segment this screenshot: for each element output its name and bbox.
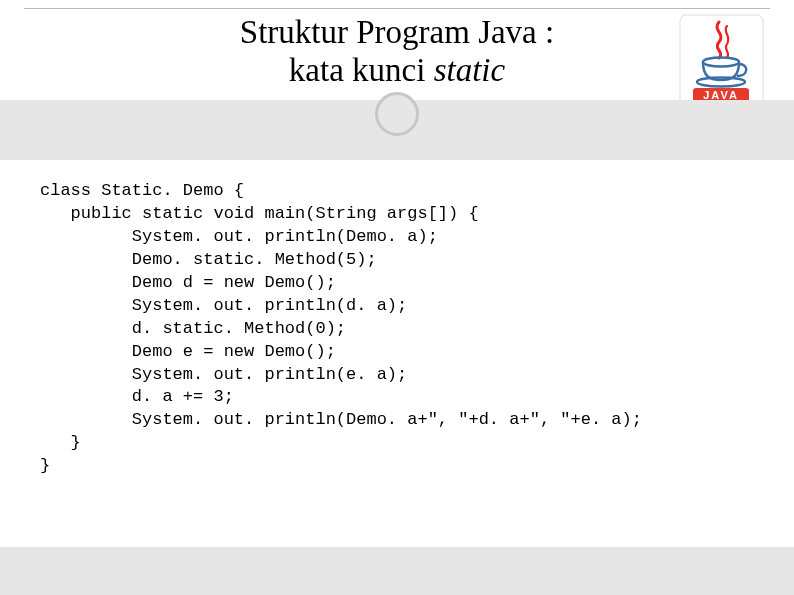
title-line-2-plain: kata kunci xyxy=(289,52,434,88)
decorative-circle-icon xyxy=(375,92,419,136)
slide-content: class Static. Demo { public static void … xyxy=(40,180,774,478)
title-line-2-italic: static xyxy=(434,52,506,88)
java-logo-icon: JAVA xyxy=(679,14,764,108)
title-line-2: kata kunci static xyxy=(0,52,794,90)
code-block: class Static. Demo { public static void … xyxy=(40,180,774,478)
footer-gray-band xyxy=(0,547,794,595)
title-line-1: Struktur Program Java : xyxy=(0,14,794,52)
divider-top xyxy=(24,8,770,9)
slide-title: Struktur Program Java : kata kunci stati… xyxy=(0,14,794,90)
